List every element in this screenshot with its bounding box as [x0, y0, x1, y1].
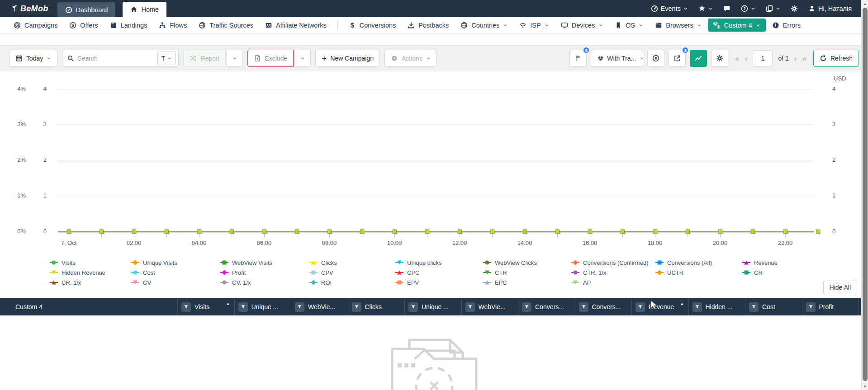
chart-toggle-button[interactable] [690, 50, 707, 67]
legend-cpc[interactable]: CPC [395, 268, 483, 277]
date-range-button[interactable]: Today [9, 50, 57, 67]
nav-flows[interactable]: Flows [153, 19, 192, 32]
column-filter-button[interactable] [465, 302, 475, 312]
legend-epc[interactable]: EPC [483, 277, 571, 287]
topbar-help-button[interactable]: ? [741, 5, 755, 12]
nav-offers[interactable]: $Offers [64, 19, 103, 32]
nav-devices[interactable]: Devices [555, 19, 609, 32]
column-filter-button[interactable] [352, 302, 361, 312]
legend-cr[interactable]: CR [742, 268, 861, 277]
nav-isp[interactable]: ISP [514, 19, 554, 32]
column-header-clicks[interactable]: Clicks [348, 298, 405, 315]
column-filter-button[interactable] [636, 302, 645, 312]
first-page-button[interactable]: « [735, 55, 739, 62]
legend-webview-clicks[interactable]: WebView Clicks [483, 258, 571, 268]
tab-dashboard[interactable]: Dashboard [57, 2, 116, 17]
exclude-dropdown-button[interactable] [294, 50, 311, 67]
column-filter-button[interactable] [806, 302, 816, 312]
prev-page-button[interactable]: ‹ [745, 55, 748, 62]
nav-landings[interactable]: Landings [104, 19, 153, 32]
column-header-custom-4[interactable]: Custom 4 [0, 298, 177, 315]
legend-roi[interactable]: ROI [309, 277, 395, 287]
column-filter-button[interactable] [295, 302, 304, 312]
topbar-events[interactable]: Events [651, 5, 688, 12]
column-header-webvie[interactable]: WebVie... [461, 298, 518, 315]
nav-traffic-sources[interactable]: Traffic Sources [193, 19, 259, 32]
bemob-logo[interactable]: BeMob [5, 0, 57, 17]
nav-os[interactable]: OS [609, 19, 649, 32]
hide-all-button[interactable]: Hide All [823, 281, 857, 294]
flag-filter-button[interactable]: $ [569, 50, 587, 67]
visibility-button[interactable] [647, 50, 664, 67]
legend-hidden-revenue[interactable]: Hidden Revenue [50, 268, 131, 277]
search-type-button[interactable]: T [157, 52, 176, 65]
next-page-button[interactable]: › [794, 55, 797, 62]
legend-unique-visits[interactable]: Unique Visits [131, 258, 220, 268]
search-input[interactable] [77, 55, 154, 62]
column-header-hidden[interactable]: Hidden ... [688, 298, 745, 315]
column-filter-button[interactable] [238, 302, 248, 312]
topbar-stack-button[interactable] [766, 5, 780, 12]
column-filter-button[interactable] [579, 302, 588, 312]
legend-cv[interactable]: CV [131, 277, 220, 287]
legend-cv-1-x[interactable]: CV, 1/x [220, 277, 309, 287]
column-header-unique[interactable]: Unique ... [234, 298, 291, 315]
nav-campaigns[interactable]: Campaigns [8, 19, 63, 32]
legend-uctr[interactable]: UCTR [655, 268, 742, 277]
legend-unique-clicks[interactable]: Unique clicks [395, 258, 483, 268]
nav-browsers[interactable]: Browsers [650, 19, 707, 32]
column-filter-button[interactable] [749, 302, 759, 312]
column-header-convers[interactable]: Convers... [518, 298, 575, 315]
legend-conversions-all[interactable]: Conversions (All) [655, 258, 742, 268]
column-filter-button[interactable] [408, 302, 418, 312]
topbar-hi[interactable]: Hi, Наталія [808, 5, 852, 12]
scroll-down-icon[interactable]: ▼ [862, 383, 868, 390]
nav-conversions[interactable]: $Conversions [343, 19, 402, 32]
column-filter-button[interactable] [181, 302, 191, 312]
refresh-button[interactable]: Refresh [813, 50, 859, 67]
topbar-star-button[interactable] [698, 5, 713, 12]
column-filter-button[interactable] [693, 302, 702, 312]
column-header-webvie[interactable]: WebVie... [291, 298, 348, 315]
nav-affiliate-networks[interactable]: Affiliate Networks [260, 19, 332, 32]
legend-ap[interactable]: AP [571, 277, 655, 287]
legend-cost[interactable]: Cost [131, 268, 220, 277]
column-header-unique[interactable]: Unique ... [404, 298, 461, 315]
column-filter-button[interactable] [522, 302, 531, 312]
nav-postbacks[interactable]: Postbacks [402, 19, 454, 32]
report-button[interactable]: Report [183, 50, 226, 67]
legend-cr-1-x[interactable]: CR, 1/x [50, 277, 131, 287]
legend-clicks[interactable]: Clicks [309, 258, 395, 268]
page-number-input[interactable] [753, 50, 773, 66]
last-page-button[interactable]: » [802, 55, 806, 62]
scrollbar-thumb[interactable] [863, 8, 868, 381]
column-header-visits[interactable]: Visits▲ [177, 298, 234, 315]
legend-ctr-1-x[interactable]: CTR, 1/x [571, 268, 655, 277]
traffic-filter-select[interactable]: With Tra... [591, 50, 643, 67]
exclude-button[interactable]: Exclude [247, 50, 294, 67]
legend-epv[interactable]: EPV [395, 277, 483, 287]
table-settings-button[interactable] [711, 50, 728, 67]
legend-ctr[interactable]: CTR [483, 268, 571, 277]
report-dropdown-button[interactable] [227, 50, 243, 67]
nav-errors[interactable]: Errors [767, 19, 806, 32]
legend-cpv[interactable]: CPV [309, 268, 395, 277]
legend-visits[interactable]: Visits [50, 258, 131, 268]
scroll-up-icon[interactable]: ▲ [862, 0, 868, 7]
vertical-scrollbar[interactable]: ▲ ▼ [861, 0, 868, 390]
tab-home[interactable]: Home [123, 2, 166, 17]
share-button[interactable]: $ [669, 50, 686, 67]
nav-custom-4[interactable]: Custom 4 [708, 19, 766, 32]
new-campaign-button[interactable]: + New Campaign [315, 50, 380, 67]
nav-countries[interactable]: Countries [455, 19, 513, 32]
column-header-revenue[interactable]: Revenue▲ [631, 298, 688, 315]
topbar-gear-button[interactable] [791, 5, 798, 12]
legend-profit[interactable]: Profit [220, 268, 309, 277]
legend-conversions-confirmed[interactable]: Conversions (Confirmed) [571, 258, 655, 268]
column-header-cost[interactable]: Cost [745, 298, 802, 315]
column-header-convers[interactable]: Convers... [575, 298, 632, 315]
topbar-chat-button[interactable] [723, 5, 730, 12]
actions-button[interactable]: Actions [384, 50, 437, 67]
column-header-profit[interactable]: Profit [802, 298, 859, 315]
legend-webview-visits[interactable]: WebView Visits [220, 258, 309, 268]
